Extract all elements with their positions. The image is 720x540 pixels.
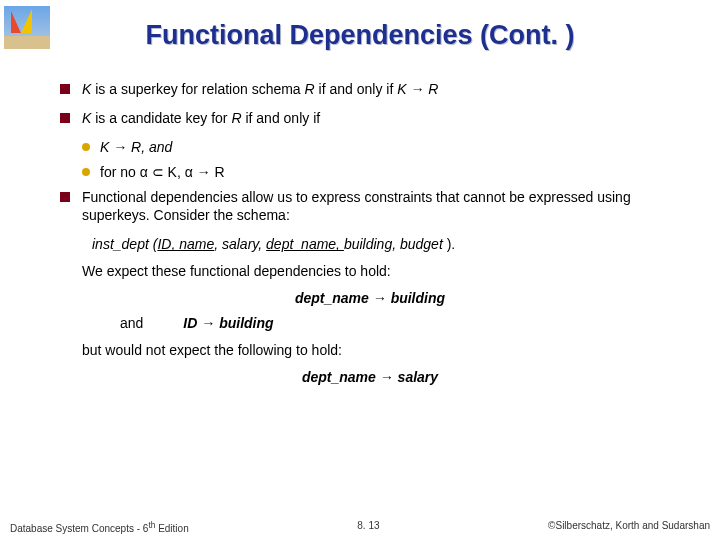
- footer-center: 8. 13: [357, 520, 379, 534]
- bullet-fd-intro: Functional dependencies allow us to expr…: [60, 188, 680, 226]
- text: R: [231, 110, 241, 126]
- text: ,: [258, 236, 266, 252]
- text: ID, name: [157, 236, 214, 252]
- text: dept_name,: [266, 236, 344, 252]
- schema-line: inst_dept (ID, name, salary, dept_name, …: [60, 235, 680, 254]
- text: if and only if: [242, 110, 321, 126]
- text: ,: [214, 236, 222, 252]
- subbullet-alpha: for no α ⊂ K, α → R: [60, 163, 680, 182]
- slide-body: K is a superkey for relation schema R if…: [60, 80, 680, 393]
- text: is a candidate key for: [91, 110, 231, 126]
- bullet-superkey: K is a superkey for relation schema R if…: [60, 80, 680, 99]
- footer-right: ©Silberschatz, Korth and Sudarshan: [548, 520, 710, 534]
- slide-title: Functional Dependencies (Cont. ): [0, 20, 720, 51]
- and-label: and: [120, 314, 143, 333]
- text: K: [82, 110, 91, 126]
- fd-id-building-row: and ID → building: [60, 314, 680, 333]
- text: Database System Concepts - 6: [10, 523, 148, 534]
- text: K: [82, 81, 91, 97]
- fd-deptname-building: dept_name → building: [60, 289, 680, 308]
- text: inst_dept (: [92, 236, 157, 252]
- text: K → R: [397, 81, 438, 97]
- fd-id-building: ID → building: [183, 314, 273, 333]
- text: Edition: [155, 523, 188, 534]
- slide-footer: Database System Concepts - 6th Edition 8…: [0, 520, 720, 534]
- text: ,: [392, 236, 400, 252]
- text: R: [305, 81, 315, 97]
- butnot-line: but would not expect the following to ho…: [60, 341, 680, 360]
- bullet-candidate-key: K is a candidate key for R if and only i…: [60, 109, 680, 128]
- slide: Functional Dependencies (Cont. ) K is a …: [0, 0, 720, 540]
- text: salary: [222, 236, 258, 252]
- expect-line: We expect these functional dependencies …: [60, 262, 680, 281]
- text: budget: [400, 236, 443, 252]
- text: is a superkey for relation schema: [91, 81, 304, 97]
- subbullet-fd: K → R, and: [60, 138, 680, 157]
- footer-left: Database System Concepts - 6th Edition: [10, 520, 189, 534]
- fd-deptname-salary: dept_name → salary: [60, 368, 680, 387]
- text: building: [344, 236, 392, 252]
- text: ).: [443, 236, 455, 252]
- text: if and only if: [315, 81, 398, 97]
